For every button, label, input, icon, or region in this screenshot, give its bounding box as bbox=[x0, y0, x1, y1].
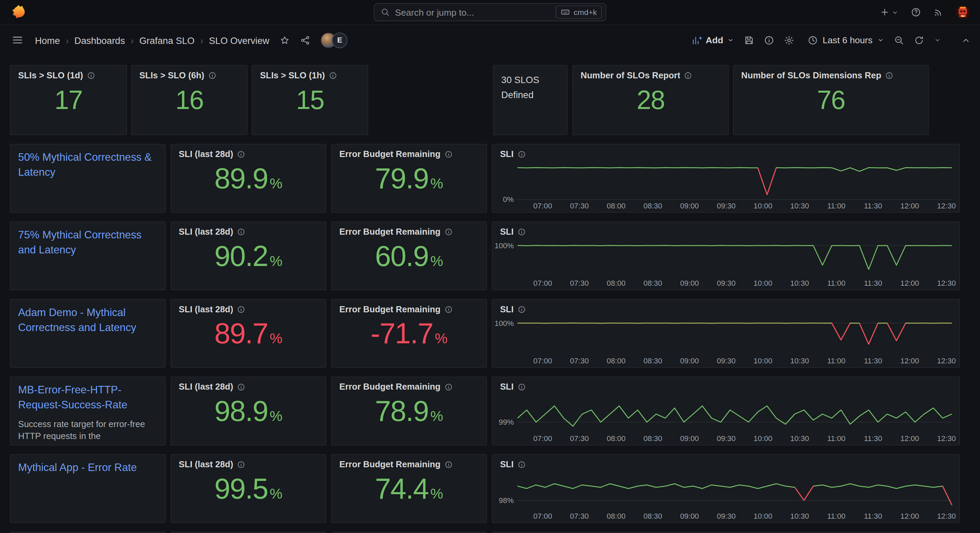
partial-panel bbox=[10, 531, 165, 533]
save-button[interactable] bbox=[744, 35, 754, 45]
panel-title[interactable]: Error Budget Remaining bbox=[339, 149, 440, 160]
info-icon[interactable] bbox=[517, 383, 526, 391]
pixel-avatar-icon bbox=[956, 5, 970, 19]
info-icon[interactable] bbox=[237, 305, 245, 314]
info-icon[interactable] bbox=[208, 71, 216, 80]
panel-title[interactable]: SLI (last 28d) bbox=[179, 304, 233, 315]
info-icon[interactable] bbox=[444, 150, 453, 159]
panel-title[interactable]: SLI bbox=[500, 149, 514, 160]
user-avatar[interactable] bbox=[956, 5, 970, 19]
panel-title[interactable]: Number of SLOs Report bbox=[581, 70, 680, 81]
slo-link[interactable]: Adam Demo - Mythical Correctness and Lat… bbox=[18, 305, 158, 335]
stat-unit: % bbox=[270, 254, 283, 268]
info-icon[interactable] bbox=[237, 150, 245, 159]
sli-timeseries-chart[interactable]: 0%07:0007:3008:0008:3009:0009:3010:0010:… bbox=[492, 161, 959, 212]
x-axis-label: 09:00 bbox=[680, 357, 699, 365]
collapse-toolbar-button[interactable] bbox=[961, 35, 971, 45]
panel-title[interactable]: SLI bbox=[500, 227, 514, 238]
panel-title[interactable]: Error Budget Remaining bbox=[339, 227, 440, 238]
info-icon[interactable] bbox=[237, 228, 245, 236]
refresh-button[interactable] bbox=[914, 35, 924, 45]
panel-title[interactable]: SLI (last 28d) bbox=[179, 381, 233, 393]
slos-defined-text-panel: 30 SLOS Defined bbox=[493, 65, 568, 135]
panel-title[interactable]: SLIs > SLO (1d) bbox=[18, 70, 83, 81]
info-icon[interactable] bbox=[885, 71, 894, 80]
stat-unit: % bbox=[430, 487, 443, 501]
panel-title[interactable]: Error Budget Remaining bbox=[339, 459, 440, 470]
x-axis-label: 11:30 bbox=[864, 512, 882, 520]
y-axis-label: 0% bbox=[492, 196, 514, 203]
x-axis-label: 08:30 bbox=[643, 201, 662, 210]
breadcrumb-folder[interactable]: Grafana SLO bbox=[139, 35, 194, 45]
info-icon[interactable] bbox=[444, 228, 453, 236]
info-icon[interactable] bbox=[329, 71, 337, 80]
grafana-logo[interactable] bbox=[10, 4, 26, 21]
top-bar: Search or jump to... cmd+k bbox=[0, 0, 980, 25]
sli-timeseries-chart[interactable]: 99%07:0007:3008:0008:3009:0009:3010:0010… bbox=[492, 394, 959, 445]
favorite-star-button[interactable] bbox=[279, 35, 290, 45]
info-icon[interactable] bbox=[517, 460, 526, 469]
panel-title[interactable]: Number of SLOs Dimensions Rep bbox=[741, 70, 881, 81]
dashboard-viewers[interactable]: E bbox=[321, 32, 347, 48]
share-button[interactable] bbox=[300, 35, 311, 45]
menu-toggle-button[interactable] bbox=[9, 31, 26, 49]
new-menu-button[interactable] bbox=[879, 7, 899, 18]
info-icon[interactable] bbox=[517, 305, 526, 314]
stat-value: 98.9 bbox=[215, 396, 268, 425]
panel-title[interactable]: SLI (last 28d) bbox=[179, 149, 233, 160]
x-axis-label: 11:30 bbox=[864, 279, 882, 288]
slo-link[interactable]: 75% Mythical Correctness and Latency bbox=[18, 228, 158, 257]
y-axis-label: 99% bbox=[492, 418, 514, 426]
panel-title[interactable]: SLI bbox=[500, 459, 514, 470]
search-input[interactable]: Search or jump to... cmd+k bbox=[374, 3, 606, 21]
refresh-interval-button[interactable] bbox=[934, 37, 941, 44]
slo-link[interactable]: Mythical App - Error Rate bbox=[18, 460, 158, 476]
stat-value: 74.4 bbox=[375, 474, 428, 503]
sli-chart-panel: SLI 0%07:0007:3008:0008:3009:0009:3010:0… bbox=[492, 144, 960, 212]
settings-button[interactable] bbox=[784, 35, 795, 45]
panel-title[interactable]: Error Budget Remaining bbox=[339, 381, 440, 393]
add-button[interactable]: Add bbox=[691, 35, 734, 45]
news-button[interactable] bbox=[933, 7, 943, 18]
x-axis-label: 09:00 bbox=[680, 512, 699, 520]
stat-value: 15 bbox=[296, 87, 324, 113]
info-icon[interactable] bbox=[444, 383, 453, 391]
info-icon[interactable] bbox=[237, 383, 245, 391]
time-range-label: Last 6 hours bbox=[822, 35, 872, 45]
stat-value: 89.9 bbox=[215, 164, 268, 192]
breadcrumb-home[interactable]: Home bbox=[35, 35, 60, 45]
info-icon[interactable] bbox=[517, 228, 526, 236]
info-icon[interactable] bbox=[237, 460, 245, 469]
hamburger-icon bbox=[11, 34, 24, 46]
slo-row: Mythical App - Error Rate SLI (last 28d)… bbox=[10, 454, 970, 523]
info-icon[interactable] bbox=[444, 305, 453, 314]
sli-timeseries-chart[interactable]: 100%07:0007:3008:0008:3009:0009:3010:001… bbox=[492, 316, 959, 367]
breadcrumb-dashboards[interactable]: Dashboards bbox=[75, 35, 125, 45]
x-axis-label: 08:00 bbox=[607, 279, 625, 288]
zoom-out-button[interactable] bbox=[894, 35, 904, 45]
info-icon[interactable] bbox=[444, 460, 453, 469]
panel-title[interactable]: SLIs > SLO (1h) bbox=[260, 70, 325, 81]
slo-row: MB-Error-Free-HTTP-Request-Success-Rate … bbox=[10, 377, 970, 445]
panel-title[interactable]: Error Budget Remaining bbox=[339, 304, 440, 315]
info-icon[interactable] bbox=[684, 71, 692, 80]
info-icon[interactable] bbox=[517, 150, 526, 159]
help-button[interactable] bbox=[911, 7, 921, 18]
time-range-button[interactable]: Last 6 hours bbox=[808, 35, 885, 45]
stat-value: 99.5 bbox=[215, 474, 268, 503]
panel-title[interactable]: SLI (last 28d) bbox=[179, 459, 233, 470]
x-axis-label: 10:00 bbox=[753, 279, 772, 288]
panel-title[interactable]: SLI bbox=[500, 381, 514, 393]
panel-title[interactable]: SLI (last 28d) bbox=[179, 227, 233, 238]
sli-timeseries-chart[interactable]: 100%07:0007:3008:0008:3009:0009:3010:001… bbox=[492, 239, 959, 290]
info-icon[interactable] bbox=[87, 71, 95, 80]
slo-link[interactable]: 50% Mythical Correctness & Latency bbox=[18, 150, 158, 180]
dashboard-info-button[interactable] bbox=[764, 35, 775, 45]
panel-title[interactable]: SLI bbox=[500, 304, 514, 315]
slo-link[interactable]: MB-Error-Free-HTTP-Request-Success-Rate bbox=[18, 383, 158, 412]
sli-stat-panel: SLI (last 28d) 98.9% bbox=[170, 377, 326, 445]
x-axis-label: 08:30 bbox=[643, 512, 662, 520]
sli-timeseries-chart[interactable]: 98%07:0007:3008:0008:3009:0009:3010:0010… bbox=[492, 472, 959, 522]
panel-title[interactable]: SLIs > SLO (6h) bbox=[140, 70, 205, 81]
grafana-slo-dashboard: Search or jump to... cmd+k Home › Dashbo… bbox=[0, 0, 980, 533]
